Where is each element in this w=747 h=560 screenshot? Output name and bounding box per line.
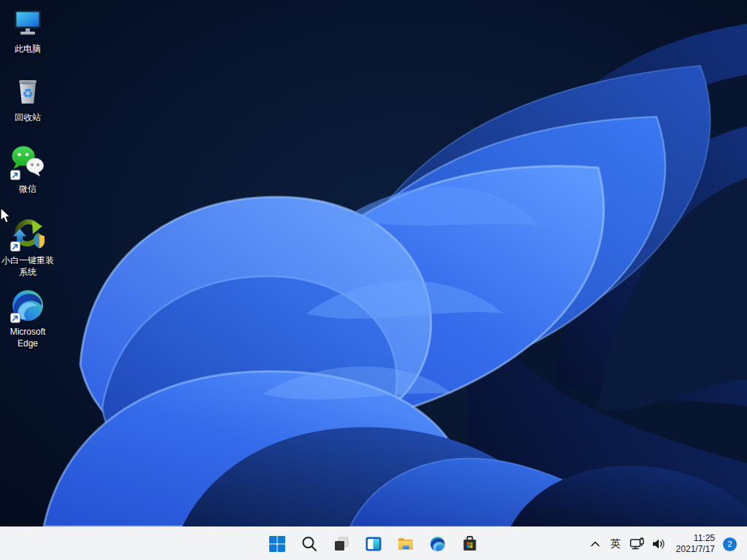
microsoft-store-button[interactable] [455,529,484,559]
ime-indicator[interactable]: 英 [606,531,625,557]
edge-icon [9,287,46,324]
taskbar-center-buttons [263,527,484,560]
ime-label: 英 [611,537,621,551]
windows-logo-icon [268,535,286,553]
edge-taskbar-button[interactable] [423,529,452,559]
wechat-icon [9,144,46,181]
magnifier-icon [301,535,318,553]
file-explorer-button[interactable] [391,529,420,559]
shortcut-arrow-icon [10,170,20,180]
start-button[interactable] [263,529,292,559]
overlapping-squares-icon [333,535,350,553]
desktop-icon-xiaobai-reinstall[interactable]: 小白一键重装系统 [0,216,55,278]
icon-label: 微信 [0,183,55,195]
taskbar: 英 11:25 2021/7/17 [0,526,747,560]
desktop-surface[interactable]: 此电脑 ♻ 回收站 [0,0,747,560]
shortcut-arrow-icon [10,241,20,252]
desktop-icon-wechat[interactable]: 微信 [0,144,55,195]
folder-icon [397,535,414,553]
system-tray: 英 11:25 2021/7/17 [586,527,747,560]
xiaobai-reinstall-icon [9,216,46,252]
notification-count: 2 [727,540,732,548]
hidden-icons-chevron-button[interactable] [586,531,605,557]
shortcut-arrow-icon [10,313,20,323]
icon-label: 此电脑 [0,43,55,55]
icon-label: 回收站 [0,112,55,123]
desktop-icon-this-pc[interactable]: 此电脑 [0,4,55,55]
svg-text:♻: ♻ [22,86,33,101]
search-button[interactable] [295,529,324,559]
volume-icon [651,536,667,552]
network-icon [629,536,645,552]
task-view-button[interactable] [327,529,356,559]
taskbar-clock[interactable]: 11:25 2021/7/17 [673,532,718,556]
notification-count-badge[interactable]: 2 [723,537,737,551]
wallpaper-bloom [0,0,747,526]
volume-tray-button[interactable] [649,531,669,557]
widgets-button[interactable] [359,529,388,559]
shopping-bag-icon [461,535,479,553]
clock-time: 11:25 [676,533,715,544]
recycle-bin-icon: ♻ [9,73,46,109]
icon-label: 小白一键重装系统 [0,254,55,278]
chevron-up-icon [589,537,602,551]
edge-swirl-icon [429,535,446,553]
desktop-icon-microsoft-edge[interactable]: Microsoft Edge [0,287,55,349]
desktop-icon-recycle-bin[interactable]: ♻ 回收站 [0,73,55,123]
network-tray-button[interactable] [627,531,647,557]
clock-date: 2021/7/17 [676,544,715,555]
widgets-panel-icon [365,535,382,553]
icon-label: Microsoft Edge [0,326,55,349]
this-pc-icon [9,4,46,41]
